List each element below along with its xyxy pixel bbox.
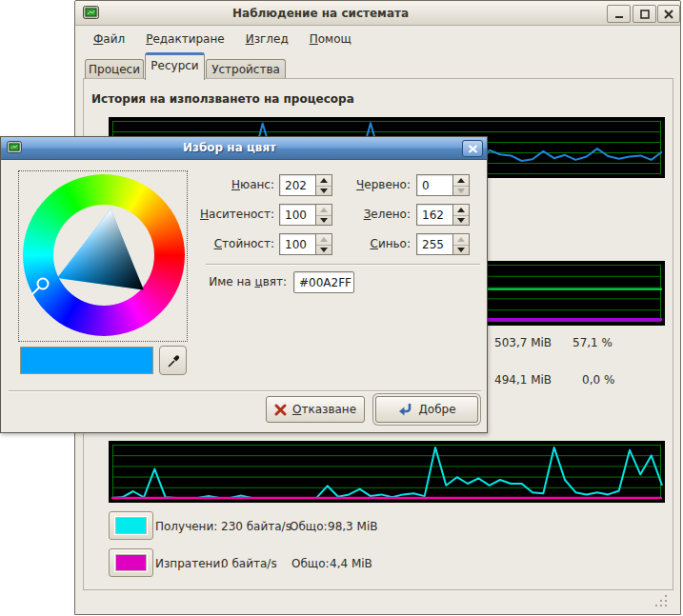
- tab-resources[interactable]: Ресурси: [145, 52, 205, 80]
- saturation-label: Наситеност:: [191, 204, 274, 226]
- menu-file[interactable]: Файл: [83, 29, 135, 50]
- blue-label: Синьо:: [339, 233, 411, 255]
- menu-help[interactable]: Помощ: [299, 29, 362, 50]
- saturation-spin-down[interactable]: [316, 215, 331, 225]
- statusbar: [75, 591, 680, 615]
- color-name-label: Име на цвят:: [196, 271, 287, 293]
- eyedropper-button[interactable]: [159, 346, 187, 375]
- ok-enter-icon: [397, 403, 412, 416]
- minimize-button[interactable]: [607, 5, 631, 23]
- close-button[interactable]: [657, 5, 680, 23]
- hue-input[interactable]: [279, 174, 316, 196]
- red-spinner[interactable]: [453, 174, 470, 196]
- ok-button[interactable]: Добре: [375, 396, 478, 423]
- red-label: Червено:: [339, 174, 411, 196]
- blue-spin-down[interactable]: [453, 245, 469, 254]
- sent-label: Изпратени:: [155, 557, 224, 570]
- green-input[interactable]: [416, 204, 453, 226]
- saturation-spin-up[interactable]: [316, 205, 331, 215]
- maximize-button[interactable]: [633, 5, 656, 23]
- green-spin-down[interactable]: [453, 215, 469, 225]
- sent-total-label: Общо:: [291, 557, 330, 570]
- hue-label: Нюанс:: [191, 174, 274, 196]
- hue-marker[interactable]: [38, 279, 49, 289]
- blue-input[interactable]: [416, 233, 453, 255]
- green-label: Зелено:: [339, 204, 411, 226]
- received-color-button[interactable]: [109, 511, 153, 540]
- swap-percent-value: 0,0 %: [582, 373, 614, 387]
- value-spinner[interactable]: [316, 233, 332, 255]
- received-line: [111, 447, 662, 498]
- screen: Наблюдение на системата Файл Редактиране…: [0, 0, 683, 616]
- app-icon: [83, 6, 99, 23]
- green-spinner[interactable]: [453, 204, 470, 226]
- sent-rate: 0 байта/s: [221, 557, 277, 570]
- menubar: Файл Редактиране Изглед Помощ: [75, 27, 680, 50]
- received-total-label: Общо:: [290, 520, 328, 533]
- memory-used-value: 503,7 MiB: [494, 336, 552, 349]
- memory-percent-value: 57,1 %: [573, 336, 613, 349]
- value-input[interactable]: [279, 233, 316, 255]
- window-title: Наблюдение на системата: [232, 7, 409, 20]
- saturation-spinner[interactable]: [316, 204, 332, 226]
- dialog-title: Избор на цвят: [1, 141, 487, 154]
- main-titlebar[interactable]: Наблюдение на системата: [75, 1, 680, 26]
- color-name-input[interactable]: [293, 271, 354, 293]
- swap-used-value: 494,1 MiB: [494, 373, 552, 387]
- action-separator: [9, 390, 481, 392]
- color-wheel[interactable]: [18, 170, 188, 342]
- color-picker-dialog: Избор на цвят: [0, 136, 488, 433]
- sent-color-swatch: [115, 554, 147, 571]
- resize-grip[interactable]: [655, 594, 669, 610]
- menu-edit[interactable]: Редактиране: [135, 29, 235, 50]
- received-color-swatch: [115, 517, 147, 534]
- value-spin-up[interactable]: [316, 234, 331, 245]
- green-spin-up[interactable]: [453, 205, 469, 215]
- cancel-x-icon: [274, 404, 287, 416]
- tab-devices[interactable]: Устройства: [206, 59, 286, 79]
- sent-total: 4,4 MiB: [330, 557, 372, 570]
- cpu-history-title: История на използването на процесора: [91, 92, 354, 106]
- sent-color-button[interactable]: [109, 548, 153, 577]
- received-label: Получени:: [155, 520, 217, 533]
- selected-color-preview: [20, 347, 153, 374]
- value-label: Стойност:: [191, 233, 274, 255]
- hue-spin-up[interactable]: [316, 175, 331, 186]
- network-history-chart: [109, 441, 665, 503]
- eyedropper-icon: [166, 353, 181, 368]
- red-spin-down[interactable]: [453, 186, 469, 195]
- received-total: 98,3 MiB: [328, 520, 377, 533]
- cancel-button[interactable]: Отказване: [266, 396, 365, 423]
- fields-separator: [206, 264, 480, 266]
- red-input[interactable]: [416, 174, 453, 196]
- dialog-close-button[interactable]: [462, 140, 483, 157]
- blue-spinner[interactable]: [453, 233, 470, 255]
- red-spin-up[interactable]: [453, 175, 469, 186]
- dialog-titlebar[interactable]: Избор на цвят: [1, 137, 487, 160]
- blue-spin-up[interactable]: [453, 234, 469, 245]
- sv-triangle[interactable]: [19, 171, 189, 343]
- hue-spinner[interactable]: [316, 174, 332, 196]
- menu-view[interactable]: Изглед: [235, 29, 299, 50]
- hue-spin-down[interactable]: [316, 186, 331, 195]
- value-spin-down[interactable]: [316, 245, 331, 254]
- tab-strip: Процеси Ресурси Устройства: [83, 50, 673, 79]
- received-rate: 230 байта/s: [221, 520, 291, 533]
- saturation-input[interactable]: [279, 204, 316, 226]
- tab-processes[interactable]: Процеси: [85, 59, 144, 79]
